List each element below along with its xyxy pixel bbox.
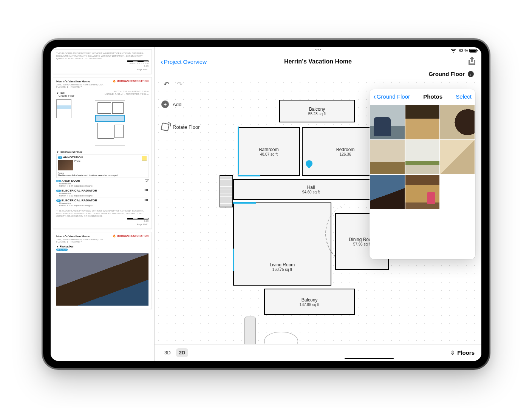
popover-header: ‹ Ground Floor Photos Select <box>370 89 475 104</box>
room-area: 126.36 <box>340 152 351 156</box>
room-hall-selected[interactable]: 📝 Hall 94.60 sq ft <box>233 179 389 200</box>
add-button[interactable]: + Add <box>161 100 200 108</box>
photo-thumb[interactable] <box>440 140 475 175</box>
selector-icon: ⇳ <box>450 350 455 356</box>
hall-ground-heading: ▼ Hall/Ground Floor <box>56 151 148 153</box>
rotate-label: Rotate Floor <box>173 124 200 130</box>
annotation-block[interactable]: 01 ANNOTATION Photo Notes The floor was … <box>56 154 148 178</box>
report-item-radiator-1[interactable]: 03 ELECTRICAL RADIATOR Dimensions0.80 m … <box>56 188 148 198</box>
plan-thumb-large <box>95 100 125 145</box>
room-area: 48.07 sq ft <box>260 152 278 156</box>
report-preview-sidebar[interactable]: THIS FLOORPLAN IS PROVIDED WITHOUT WARRA… <box>51 47 155 361</box>
notes-text: The floor was full of water and furnitur… <box>58 174 147 176</box>
app-screen: THIS FLOORPLAN IS PROVIDED WITHOUT WARRA… <box>51 47 481 361</box>
brand-logo: 🔥 MORGAN RESTORATION <box>113 235 148 238</box>
chevron-left-icon: ‹ <box>373 92 376 101</box>
hall-heading: ▼ Hall <box>56 92 74 94</box>
toggle-3d[interactable]: 3D <box>161 348 174 357</box>
badge-03: 03 <box>56 190 61 192</box>
furniture-sofa[interactable] <box>244 317 256 344</box>
scale-labels: 0 0.5 1.0 1.5 2.0 m <box>127 62 148 65</box>
bottom-toolbar: 3D 2D ⇳ Floors <box>155 344 481 361</box>
photo-thumb[interactable] <box>370 175 405 209</box>
photo-thumb[interactable] <box>405 105 440 139</box>
current-floor-label: Ground Floor <box>428 71 465 77</box>
multitask-dots-icon[interactable] <box>315 49 321 50</box>
item-label: ELECTRICAL RADIATOR <box>62 199 97 202</box>
page-number: Page 16/21 <box>127 223 148 226</box>
door-icon <box>145 179 148 182</box>
chevron-left-icon: ‹ <box>161 57 163 66</box>
report-floors-meta: FLOORS: 1 – ROOMS: 7 <box>56 86 148 88</box>
photo-thumb[interactable] <box>405 175 440 209</box>
add-label: Add <box>173 102 181 107</box>
room-area: 94.60 sq ft <box>302 190 320 194</box>
room-name: Bathroom <box>259 147 278 152</box>
back-button[interactable]: ‹ Project Overview <box>161 57 207 66</box>
rotate-icon <box>161 122 170 131</box>
room-balcony-bottom[interactable]: Balcony 137.88 sq ft <box>264 289 355 315</box>
photo-thumb[interactable] <box>370 105 405 139</box>
badge-01: 01 <box>58 156 62 159</box>
share-button[interactable] <box>469 57 475 66</box>
battery-indicator: 83 % <box>459 48 477 53</box>
rotate-floor-button[interactable]: Rotate Floor <box>161 123 200 131</box>
wifi-icon <box>450 48 456 53</box>
back-label: Project Overview <box>164 59 207 65</box>
photo-thumb[interactable] <box>405 140 440 175</box>
popover-title: Photos <box>423 93 442 100</box>
popover-back-button[interactable]: ‹ Ground Floor <box>373 92 410 101</box>
radiator-icon <box>144 199 148 201</box>
redo-button[interactable]: ↷ <box>177 80 182 88</box>
item-label: ELECTRICAL RADIATOR <box>62 189 97 192</box>
battery-icon <box>469 49 477 53</box>
room-bathroom[interactable]: Bathroom 48.07 sq ft <box>238 127 300 176</box>
report-page-hall[interactable]: 🔥 MORGAN RESTORATION Herrin's Vacation H… <box>53 77 152 229</box>
sticky-note-icon <box>142 156 147 161</box>
room-name: Hall <box>307 185 315 190</box>
room-area: 137.88 sq ft <box>300 303 319 307</box>
room-balcony-top[interactable]: Balcony 55.23 sq ft <box>279 100 355 122</box>
room-area: 57.96 sq ft <box>353 242 371 246</box>
select-button[interactable]: Select <box>456 93 472 100</box>
report-page-14[interactable]: THIS FLOORPLAN IS PROVIDED WITHOUT WARRA… <box>53 49 152 74</box>
report-floors-meta: FLOORS: 1 – ROOMS: 7 <box>56 241 148 243</box>
floorplan[interactable]: Balcony 55.23 sq ft Bathroom 48.07 sq ft… <box>226 100 393 319</box>
floors-button[interactable]: ⇳ Floors <box>450 349 475 356</box>
badge-04: 04 <box>56 199 61 202</box>
report-page-photos-hall[interactable]: 🔥 MORGAN RESTORATION Herrin's Vacation H… <box>53 232 152 309</box>
annotation-photo-sub: Photo <box>74 160 80 170</box>
photo-thumb[interactable] <box>370 140 405 175</box>
page-number: Page 15/21 <box>127 68 148 71</box>
room-name: Balcony <box>302 297 318 303</box>
info-icon[interactable]: i <box>468 71 474 77</box>
disclaimer-text: THIS FLOORPLAN IS PROVIDED WITHOUT WARRA… <box>56 52 148 60</box>
main-canvas-area: 83 % ‹ Project Overview Herrin's Vacatio… <box>155 47 481 361</box>
floor-header: Ground Floor i <box>155 69 481 79</box>
home-indicator[interactable] <box>345 358 394 359</box>
floor-name-label: Ground Floor <box>59 94 74 97</box>
report-item-arch-door[interactable]: 02 ARCH DOOR Dimensions0.80 m x 2.44 m (… <box>56 178 148 188</box>
photo-thumb[interactable] <box>440 105 475 139</box>
room-name: Bedroom <box>336 147 355 152</box>
mini-plan-thumb <box>56 99 71 118</box>
item-label: ARCH DOOR <box>62 179 80 182</box>
scale-bar <box>127 60 148 62</box>
dims-line1: WIDTH: 7.39 m – HEIGHT: 7.38 m <box>105 90 148 93</box>
floorplan-canvas[interactable]: ↶ ↷ + Add Rotate Floor <box>155 79 481 344</box>
annotation-label: ANNOTATION <box>63 156 83 159</box>
undo-button[interactable]: ↶ <box>164 80 169 88</box>
brand-logo: 🔥 MORGAN RESTORATION <box>113 80 148 83</box>
room-area: 55.23 sq ft <box>308 112 326 116</box>
stairs[interactable] <box>220 175 233 207</box>
floors-label: Floors <box>457 349 475 356</box>
report-item-radiator-2[interactable]: 04 ELECTRICAL RADIATOR Dimensions0.80 m … <box>56 198 148 207</box>
nav-bar: ‹ Project Overview Herrin's Vacation Hom… <box>155 54 481 69</box>
photos-hall-heading: ▼ Photos/Hall <box>56 245 148 248</box>
room-living[interactable]: Living Room 150.75 sq ft <box>233 202 331 286</box>
status-bar: 83 % <box>155 47 481 54</box>
badge-02: 02 <box>56 180 61 182</box>
plus-icon: + <box>161 100 169 108</box>
toggle-2d[interactable]: 2D <box>176 348 189 357</box>
view-toggle: 3D 2D <box>161 348 188 357</box>
